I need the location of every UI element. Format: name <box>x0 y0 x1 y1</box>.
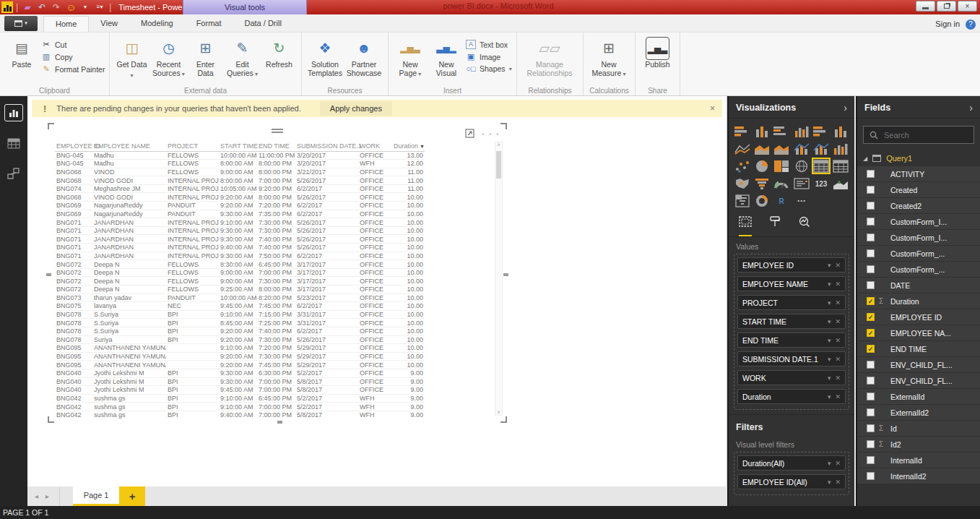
table-row[interactable]: BNG095ANANTHANENI YAMUNA9:20:00 AM7:30:0… <box>55 352 425 361</box>
new-page-button[interactable]: ▂▅▃New Page <box>394 36 427 79</box>
table-row[interactable]: BNG095ANANTHANENI YAMUNA9:10:00 AM7:20:0… <box>55 344 425 353</box>
field-pill-duration[interactable]: Duration▾✕ <box>737 389 846 404</box>
recent-sources-button[interactable]: ◷Recent Sources <box>152 36 186 79</box>
quick-access-toolbar-dropdown-icon[interactable]: ≡▾ <box>95 1 105 14</box>
previous-page-arrow-icon[interactable]: ◂ <box>35 492 38 500</box>
table-row[interactable]: BNG068VINOD GODIINTERNAL PROJECT9:20:00 … <box>55 193 425 202</box>
table-row[interactable]: BNG078SuriyaBPI9:20:00 AM7:30:00 PM5/26/… <box>55 335 425 344</box>
table-row[interactable]: BNG071JANARDHANINTERNAL PROJECT9:40:00 A… <box>55 244 425 252</box>
card-visual-icon[interactable]: 123 <box>812 175 831 192</box>
remove-field-icon[interactable]: ✕ <box>835 299 841 306</box>
slicer-visual-icon[interactable] <box>733 192 752 209</box>
format-painter-button[interactable]: ✎Format Painter <box>41 64 105 74</box>
values-field-well[interactable]: EMPLOYEE ID▾✕EMPLOYEE NAME▾✕PROJECT▾✕STA… <box>734 254 849 410</box>
table-row[interactable]: BNG074Meghashree JMINTERNAL PROJECT10:05… <box>55 184 425 193</box>
stacked-area-chart-visual-icon[interactable] <box>772 140 791 157</box>
table-row[interactable]: BNG042sushma gsBPI9:10:00 AM7:00:00 PM5/… <box>55 403 425 411</box>
table-row[interactable]: BNG078S.SuriyaBPI9:10:00 AM7:15:00 PM3/3… <box>55 310 425 319</box>
remove-field-icon[interactable]: ✕ <box>835 374 841 382</box>
table-row[interactable]: BNG071JANARDHANINTERNAL PROJECT9:30:00 A… <box>55 252 425 260</box>
field-checkbox[interactable] <box>867 218 875 226</box>
relationships-view-button[interactable] <box>5 166 22 181</box>
table-row[interactable]: BNG073tharun yadavPANDUIT10:00:00 AM8:20… <box>55 293 425 302</box>
collapse-pane-icon[interactable]: › <box>844 102 847 113</box>
add-page-button[interactable]: + <box>119 486 145 506</box>
search-input[interactable] <box>884 131 963 140</box>
field-dropdown-icon[interactable]: ▾ <box>828 479 831 486</box>
column-header-employee-id[interactable]: EMPLOYEE ID <box>55 142 92 151</box>
kpi-visual-icon[interactable]: ▲ <box>831 175 850 192</box>
query1-table-node[interactable]: ◢ Query1 <box>857 150 980 166</box>
field-checkbox[interactable] <box>867 281 875 289</box>
clustered-bar-chart-visual-icon[interactable] <box>772 123 791 140</box>
table-row[interactable]: BNG072Deepa NFELLOWS9:00:00 AM7:00:00 PM… <box>55 268 425 277</box>
field-pill-employee-name[interactable]: EMPLOYEE NAME▾✕ <box>737 276 846 291</box>
table-row[interactable]: BNG071JANARDHANINTERNAL PROJECT9:10:00 A… <box>55 218 425 227</box>
field-item-employee-id[interactable]: ✓EMPLOYEE ID <box>857 309 980 325</box>
field-pill-employee-id-all-[interactable]: EMPLOYEE ID(All)▾✕ <box>737 474 846 489</box>
table-row[interactable]: BNG071JANARDHANINTERNAL PROJECT9:30:00 A… <box>55 226 425 235</box>
restore-button[interactable] <box>937 1 956 12</box>
table-row[interactable]: BNG078S.SuriyaBPI9:20:00 AM7:40:00 PM6/2… <box>55 327 425 335</box>
field-item-customform-[interactable]: CustomForm_... <box>857 246 980 261</box>
smiley-feedback-icon[interactable]: ☺ <box>66 1 76 14</box>
field-pill-end-time[interactable]: END TIME▾✕ <box>737 333 846 348</box>
field-checkbox[interactable] <box>867 170 875 178</box>
field-item-created[interactable]: Created <box>857 182 980 197</box>
field-item-customform-i-[interactable]: CustomForm_I... <box>857 214 980 229</box>
minimize-button[interactable] <box>916 1 935 12</box>
publish-button[interactable]: ▂▅▃Publish <box>641 36 675 69</box>
field-checkbox[interactable] <box>867 393 875 400</box>
field-dropdown-icon[interactable]: ▾ <box>828 374 831 382</box>
table-row[interactable]: BNG-045MadhuFELLOWS8:00:00 AM8:00:00 PM3… <box>55 160 425 168</box>
field-item-customform-[interactable]: CustomForm_... <box>857 262 980 277</box>
sign-in-link[interactable]: Sign in <box>935 20 960 28</box>
field-item-duration[interactable]: ✓ΣDuration <box>857 293 980 309</box>
table-row[interactable]: BNG-045MadhuFELLOWS10:00:00 AM11:00:00 P… <box>55 151 425 160</box>
undo-icon[interactable]: ↶ <box>37 1 47 14</box>
file-menu-button[interactable]: ▾ <box>4 16 38 31</box>
waterfall-chart-visual-icon[interactable] <box>831 140 850 157</box>
field-dropdown-icon[interactable]: ▾ <box>828 356 831 363</box>
solution-templates-button[interactable]: ❖Solution Templates <box>307 36 343 77</box>
shapes-button[interactable]: ○□Shapes <box>466 64 512 73</box>
column-header-project[interactable]: PROJECT <box>166 142 219 151</box>
table-row[interactable]: BNG072Deepa NFELLOWS8:30:00 AM6:45:00 PM… <box>55 260 425 269</box>
field-checkbox[interactable] <box>867 265 875 273</box>
remove-field-icon[interactable]: ✕ <box>835 337 841 344</box>
field-pill-employee-id[interactable]: EMPLOYEE ID▾✕ <box>737 257 846 273</box>
treemap-visual-icon[interactable] <box>772 158 791 174</box>
help-icon[interactable]: ? <box>966 20 976 30</box>
cut-button[interactable]: ✂Cut <box>41 40 105 49</box>
image-button[interactable]: ▣Image <box>466 52 512 61</box>
field-item-date[interactable]: DATE <box>857 278 980 293</box>
table-row[interactable]: BNG071JANARDHANINTERNAL PROJECT9:30:00 A… <box>55 235 425 244</box>
visual-tools-context-tab[interactable]: Visual tools <box>183 0 307 14</box>
field-dropdown-icon[interactable]: ▾ <box>828 393 831 400</box>
field-item-env-child-fl-[interactable]: ENV_CHILD_FL... <box>857 373 980 388</box>
table-row[interactable]: BNG068VINODFELLOWS9:00:00 AM8:00:00 PM3/… <box>55 168 425 176</box>
expand-icon[interactable]: ◢ <box>863 155 867 162</box>
clustered-column-chart-visual-icon[interactable] <box>792 123 810 140</box>
table-visual-icon[interactable] <box>812 158 831 174</box>
next-page-arrow-icon[interactable]: ▸ <box>45 492 49 500</box>
table-row[interactable]: BNG072Deepa NFELLOWS9:00:00 AM7:30:00 PM… <box>55 277 425 286</box>
visual-drag-handle[interactable] <box>272 127 283 134</box>
multi-row-card-visual-icon[interactable] <box>792 175 810 192</box>
ribbon-tab-data-drill[interactable]: Data / Drill <box>233 16 292 32</box>
field-pill-start-time[interactable]: START TIME▾✕ <box>737 314 846 329</box>
table-row[interactable]: BNG069NagarjunaReddyPANDUIT9:20:00 AM7:2… <box>55 202 425 210</box>
field-checkbox[interactable] <box>867 456 875 464</box>
field-dropdown-icon[interactable]: ▾ <box>828 337 831 344</box>
filled-map-visual-icon[interactable] <box>733 175 752 192</box>
field-item-created2[interactable]: Created2 <box>857 198 980 213</box>
table-row[interactable]: BNG072Deepa NFELLOWS9:25:00 AM8:00:00 PM… <box>55 286 425 294</box>
stacked-column-chart-visual-icon[interactable] <box>753 123 771 140</box>
remove-field-icon[interactable]: ✕ <box>835 460 841 467</box>
focus-mode-icon[interactable] <box>465 129 474 138</box>
stacked-bar-chart-visual-icon[interactable] <box>733 123 752 140</box>
tab-analytics[interactable] <box>798 216 810 236</box>
field-checkbox-checked[interactable]: ✓ <box>867 345 875 353</box>
field-dropdown-icon[interactable]: ▾ <box>828 299 831 306</box>
gauge-visual-icon[interactable] <box>772 175 791 192</box>
